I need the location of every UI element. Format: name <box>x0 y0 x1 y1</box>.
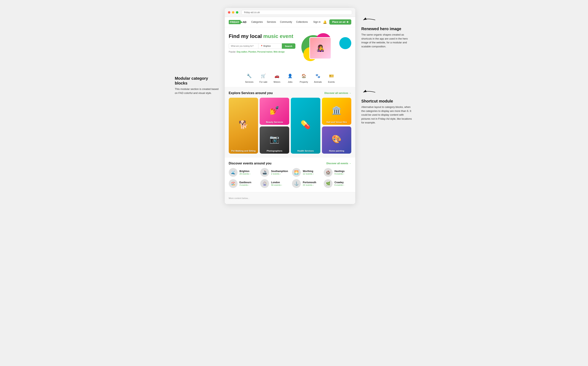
search-location-input[interactable]: 📍 Brighton <box>258 43 282 49</box>
nav-services[interactable]: Services <box>267 21 276 23</box>
notifications-icon[interactable]: 🔔 <box>323 20 327 24</box>
explore-services-section: Explore Services around you Discover all… <box>225 87 355 158</box>
motors-label: Motors <box>274 81 280 83</box>
nav-actions: Sign in 🔔 Place an ad ⊕ <box>313 19 352 25</box>
hero-photo: 👩‍🎤 <box>309 37 331 59</box>
category-services[interactable]: 🔧 Services <box>245 72 253 83</box>
nav-links: Categories Services Community Collection… <box>251 21 309 23</box>
event-item-brighton[interactable]: 🌊 Brighton 20 events › <box>229 168 257 177</box>
minimize-dot[interactable] <box>232 11 234 14</box>
motors-icon: 🚗 <box>273 72 281 79</box>
property-icon: 🏠 <box>300 72 307 79</box>
discover-all-services-link[interactable]: Discover all services → <box>324 92 352 94</box>
for-sale-icon: 🛒 <box>260 72 267 79</box>
shortcut-annotation-title: Shortcut module <box>361 99 413 104</box>
url-bar[interactable]: friday-ad.co.uk <box>242 10 352 15</box>
southampton-info: Southamphton 2 events › <box>271 170 288 175</box>
popular-personal-trainer[interactable]: Personal trainer, <box>257 51 273 53</box>
event-item-crawley[interactable]: 🌿 Crawley 6 events › <box>324 179 352 188</box>
category-motors[interactable]: 🚗 Motors <box>273 72 281 83</box>
modular-annotation: Modular category blocks This modular sec… <box>175 76 219 95</box>
hero-content: Find my local music event 📍 Brighton Sea… <box>229 33 296 53</box>
worthing-city: Worthing <box>303 170 314 173</box>
events-arrow-icon: → <box>349 162 351 165</box>
events-icon: 🎫 <box>328 72 335 79</box>
category-jobs[interactable]: 👤 Jobs <box>287 72 294 83</box>
logo-ad-part: AD <box>243 21 247 23</box>
hall-icon: 🏛️ <box>331 106 341 115</box>
logo-friday-part: FRIDAY <box>229 20 241 24</box>
bottom-content-hint: More content below... <box>229 197 250 199</box>
search-what-input[interactable] <box>229 43 258 49</box>
nav-community[interactable]: Community <box>280 21 292 23</box>
service-card-photographers[interactable]: 📷 Photographers <box>260 126 289 154</box>
popular-plumber[interactable]: Plumber, <box>248 51 257 53</box>
jobs-icon: 👤 <box>287 72 294 79</box>
browser-window: friday-ad.co.uk FRIDAY ▶ AD Categories S… <box>225 8 355 204</box>
nav-collections[interactable]: Collections <box>296 21 308 23</box>
nav-categories[interactable]: Categories <box>251 21 263 23</box>
explore-services-header: Explore Services around you Discover all… <box>229 91 352 95</box>
popular-dog-walker[interactable]: Dog walker, <box>237 51 248 53</box>
category-bar: 🔧 Services 🛒 For sale 🚗 Motors 👤 Jobs 🏠 … <box>225 69 355 87</box>
service-card-health[interactable]: 💊 Health Services <box>291 98 320 154</box>
modular-annotation-title: Modular category blocks <box>175 76 219 85</box>
hall-label: Hall and Venue Hire <box>322 121 352 123</box>
explore-services-title: Explore Services around you <box>229 91 273 95</box>
health-icon: 💊 <box>301 120 311 130</box>
discover-all-events-link[interactable]: Discover all events → <box>327 162 352 165</box>
london-count: 56 events › <box>271 184 282 186</box>
service-card-painting[interactable]: 🎨 Home painting <box>322 126 352 154</box>
events-section-header: Discover events around you Discover all … <box>229 162 352 165</box>
events-label: Events <box>328 81 335 83</box>
sign-in-link[interactable]: Sign in <box>313 21 321 23</box>
search-button[interactable]: Search <box>282 43 296 49</box>
london-city: London <box>271 181 282 184</box>
hero-annotation-body: The same organic shapes created as short… <box>361 33 413 48</box>
event-item-worthing[interactable]: 🌅 Worthing 12 events › <box>292 168 320 177</box>
event-item-hastings[interactable]: 🏰 Hastings 9 events › <box>324 168 352 177</box>
event-item-london[interactable]: 🎡 London 56 events › <box>260 179 288 188</box>
place-ad-button[interactable]: Place an ad ⊕ <box>329 19 351 25</box>
eastbourne-count: 4 events › <box>240 184 251 186</box>
beauty-label: Beauty Services <box>260 121 289 123</box>
health-label: Health Services <box>291 150 320 152</box>
services-label: Services <box>245 81 253 83</box>
crawley-info: Crawley 6 events › <box>335 181 344 186</box>
hastings-thumb: 🏰 <box>324 168 332 177</box>
event-item-southampton[interactable]: 🚢 Southamphton 2 events › <box>260 168 288 177</box>
animals-label: Animals <box>314 81 322 83</box>
event-item-eastbourne[interactable]: 🏖️ Eastbourn 4 events › <box>229 179 257 188</box>
category-property[interactable]: 🏠 Property <box>300 72 308 83</box>
events-section: Discover events around you Discover all … <box>225 158 355 192</box>
service-card-pet-walking[interactable]: 🐕 Pet Walking and Sitting <box>229 98 258 154</box>
close-dot[interactable] <box>228 11 230 14</box>
southampton-city: Southamphton <box>271 170 288 173</box>
hastings-count: 9 events › <box>335 173 345 175</box>
plus-icon: ⊕ <box>346 21 348 23</box>
logo[interactable]: FRIDAY ▶ AD <box>229 20 247 24</box>
eastbourne-info: Eastbourn 4 events › <box>240 181 251 186</box>
photographers-label: Photographers <box>260 150 289 152</box>
maximize-dot[interactable] <box>236 11 238 14</box>
crawley-thumb: 🌿 <box>324 179 332 188</box>
animals-icon: 🐾 <box>314 72 322 79</box>
shape-blue <box>339 37 351 49</box>
category-for-sale[interactable]: 🛒 For sale <box>259 72 267 83</box>
worthing-thumb: 🌅 <box>292 168 301 177</box>
category-events[interactable]: 🎫 Events <box>328 72 335 83</box>
southampton-thumb: 🚢 <box>260 168 269 177</box>
service-card-hall[interactable]: 🏛️ Hall and Venue Hire <box>322 98 352 125</box>
service-card-beauty[interactable]: 💅 Beauty Services <box>260 98 289 125</box>
worthing-count: 12 events › <box>303 173 314 175</box>
right-annotations: Renewed hero image The same organic shap… <box>361 8 413 133</box>
event-item-portsmouth[interactable]: ⚓ Portsmouth 22 events › <box>292 179 320 188</box>
property-label: Property <box>300 81 308 83</box>
jobs-label: Jobs <box>288 81 292 83</box>
popular-web-design[interactable]: Web design <box>273 51 285 53</box>
beauty-icon: 💅 <box>269 106 279 115</box>
london-thumb: 🎡 <box>260 179 269 188</box>
category-animals[interactable]: 🐾 Animals <box>314 72 322 83</box>
logo-arrow-icon: ▶ <box>241 20 243 23</box>
modular-annotation-body: This modular section is created based on… <box>175 87 219 95</box>
